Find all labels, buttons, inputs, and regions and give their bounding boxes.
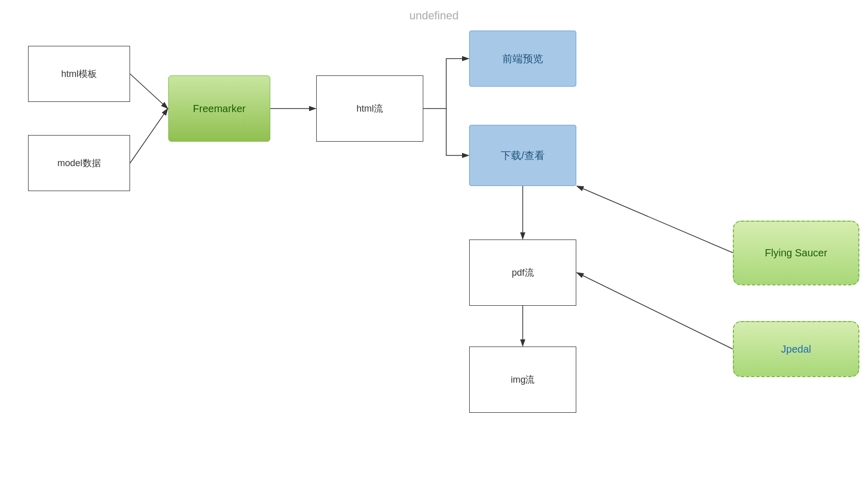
img-stream-node: img流 (469, 347, 576, 413)
download-view-label: 下载/查看 (501, 149, 545, 163)
model-data-node: model数据 (28, 135, 130, 191)
img-stream-label: img流 (510, 374, 534, 386)
freemarker-node: Freemarker (168, 75, 270, 142)
svg-line-2 (130, 109, 168, 163)
diagram-title: undefined (410, 9, 459, 22)
svg-line-5 (577, 186, 733, 253)
model-data-label: model数据 (57, 157, 100, 169)
freemarker-label: Freemarker (193, 103, 245, 115)
frontend-preview-node: 前端预览 (469, 31, 576, 87)
svg-line-7 (577, 273, 733, 349)
flying-saucer-label: Flying Saucer (765, 247, 827, 259)
jpedal-label: Jpedal (781, 343, 811, 355)
flying-saucer-node: Flying Saucer (733, 221, 859, 285)
diagram-container: undefined (0, 0, 868, 478)
svg-line-1 (130, 74, 168, 109)
html-stream-node: html流 (316, 75, 423, 142)
frontend-preview-label: 前端预览 (502, 52, 543, 66)
jpedal-node: Jpedal (733, 321, 859, 377)
html-template-node: html模板 (28, 46, 130, 102)
pdf-stream-node: pdf流 (469, 240, 576, 306)
html-stream-label: html流 (356, 102, 383, 115)
pdf-stream-label: pdf流 (512, 267, 533, 279)
html-template-label: html模板 (61, 68, 97, 80)
download-view-node: 下载/查看 (469, 125, 576, 186)
